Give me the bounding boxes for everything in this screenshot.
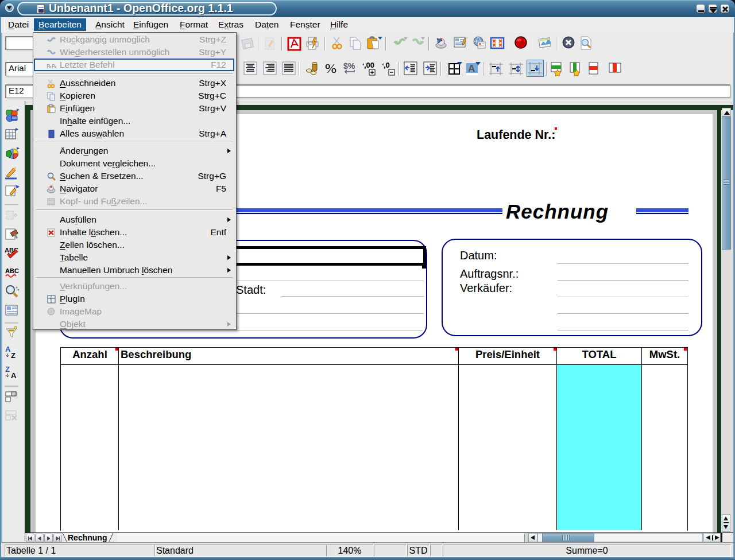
- svg-text:%: %: [325, 61, 336, 76]
- svg-text:Z: Z: [5, 365, 10, 374]
- svg-text:A: A: [5, 345, 11, 353]
- svg-text:A: A: [468, 63, 475, 74]
- svg-text:$%: $%: [343, 61, 355, 71]
- svg-text:,0: ,0: [384, 61, 390, 69]
- svg-text:ABC: ABC: [5, 267, 19, 274]
- svg-text:A: A: [11, 371, 17, 380]
- svg-text:Z: Z: [11, 351, 16, 360]
- svg-text:,00: ,00: [364, 61, 374, 69]
